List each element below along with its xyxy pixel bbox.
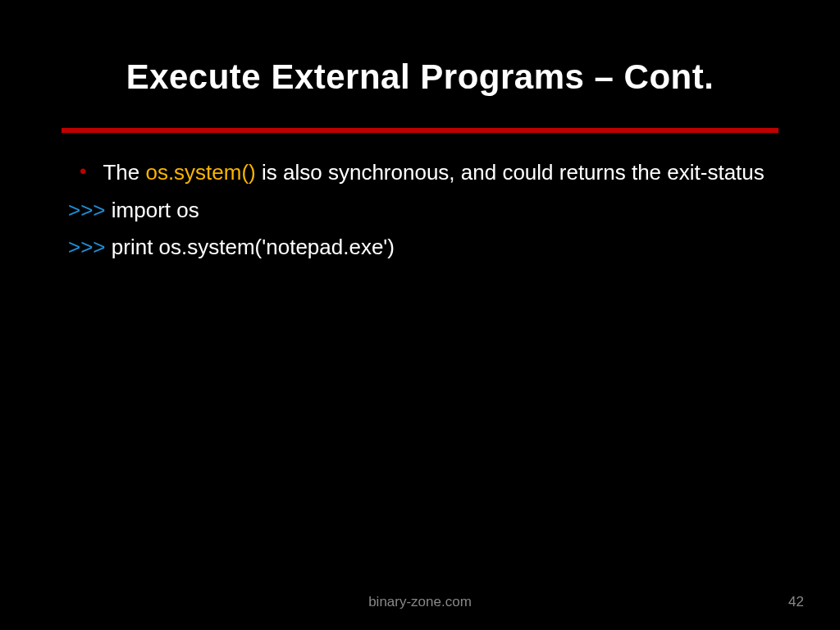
- bullet-highlight: os.system(): [145, 160, 255, 185]
- bullet-item: • The os.system() is also synchronous, a…: [68, 158, 778, 189]
- slide-content: • The os.system() is also synchronous, a…: [62, 158, 778, 265]
- bullet-icon: •: [80, 158, 86, 185]
- prompt-icon: >>>: [68, 235, 106, 259]
- bullet-pre: The: [103, 160, 145, 185]
- footer-site: binary-zone.com: [368, 594, 472, 610]
- bullet-post: is also synchronous, and could returns t…: [256, 160, 765, 185]
- code-text-2: print os.system('notepad.exe'): [106, 235, 395, 259]
- code-line-1: >>> import os: [68, 194, 778, 228]
- code-text-1: import os: [106, 198, 199, 222]
- prompt-icon: >>>: [68, 198, 106, 222]
- bullet-text: The os.system() is also synchronous, and…: [103, 158, 778, 189]
- code-line-2: >>> print os.system('notepad.exe'): [68, 231, 778, 265]
- page-number: 42: [788, 594, 804, 610]
- slide: Execute External Programs – Cont. • The …: [0, 0, 840, 630]
- slide-title: Execute External Programs – Cont.: [62, 57, 778, 97]
- divider-line: [62, 128, 778, 133]
- footer: binary-zone.com: [0, 594, 840, 610]
